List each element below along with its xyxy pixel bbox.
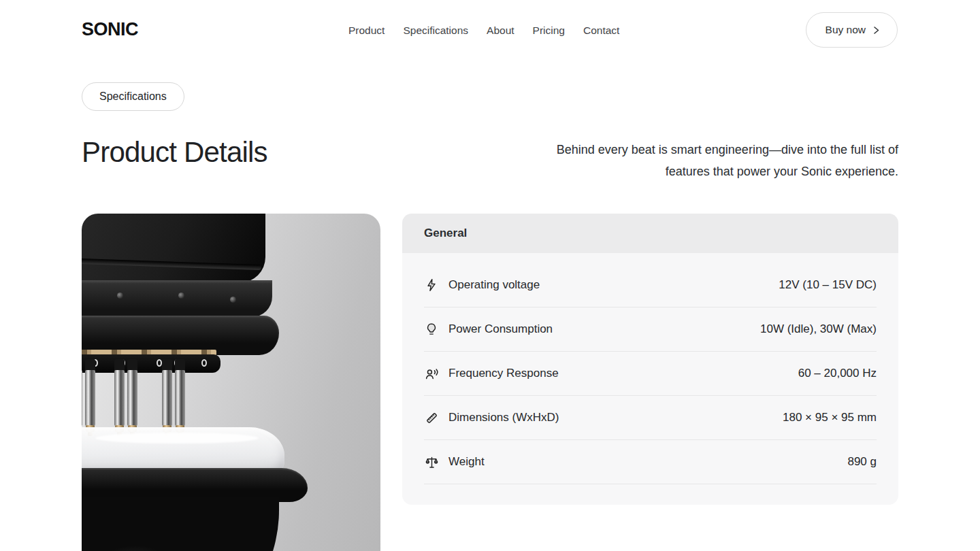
spec-value: 180 × 95 × 95 mm — [783, 411, 877, 424]
spec-row-power-consumption: Power Consumption 10W (Idle), 30W (Max) — [402, 307, 898, 351]
nav-link-specifications[interactable]: Specifications — [403, 24, 468, 37]
scale-icon — [424, 454, 439, 469]
chevron-right-icon — [872, 26, 881, 35]
intro-line-1: Behind every beat is smart engineering—d… — [557, 139, 898, 161]
manifold-marking — [174, 359, 180, 367]
lightbulb-icon — [424, 322, 439, 337]
manifold-marking — [120, 359, 125, 367]
product-photo — [82, 214, 380, 551]
screw-dot — [230, 297, 236, 303]
nav-link-about[interactable]: About — [487, 24, 514, 37]
bolt-icon — [424, 278, 439, 293]
nav-link-product[interactable]: Product — [348, 24, 385, 37]
brand-logo[interactable]: SONIC — [82, 19, 138, 40]
spec-card-title: General — [402, 214, 898, 253]
buy-now-button[interactable]: Buy now — [806, 12, 898, 48]
spec-label: Dimensions (WxHxD) — [448, 411, 559, 424]
spec-value: 12V (10 – 15V DC) — [779, 278, 877, 292]
device-cylinder — [82, 214, 265, 283]
screw-dot — [178, 293, 184, 299]
glass-highlight — [95, 433, 259, 444]
site-header: SONIC Product Specifications About Prici… — [0, 0, 980, 60]
device-manifold — [82, 354, 220, 373]
spec-value: 60 – 20,000 Hz — [798, 367, 877, 380]
connector-pins — [114, 370, 140, 429]
device-screw-ring — [82, 280, 272, 317]
page-title: Product Details — [82, 137, 267, 168]
nav-link-contact[interactable]: Contact — [583, 24, 619, 37]
connector-pins — [162, 370, 188, 429]
main-nav: Product Specifications About Pricing Con… — [348, 24, 619, 37]
intro-text: Behind every beat is smart engineering—d… — [557, 139, 898, 182]
spec-label: Weight — [448, 455, 485, 469]
nav-link-pricing[interactable]: Pricing — [533, 24, 565, 37]
spec-value: 890 g — [847, 455, 877, 469]
spec-card-general: General Operating voltage 12V (10 – 15V … — [402, 214, 898, 505]
spec-value: 10W (Idle), 30W (Max) — [760, 322, 877, 336]
row-divider — [424, 484, 877, 484]
section-badge[interactable]: Specifications — [82, 82, 184, 111]
spec-label: Operating voltage — [448, 278, 540, 292]
buy-now-label: Buy now — [826, 24, 866, 36]
ruler-icon — [424, 410, 439, 425]
manifold-marking — [93, 359, 98, 367]
spec-label: Power Consumption — [448, 322, 553, 336]
manifold-marking — [157, 359, 162, 367]
screw-dot — [117, 293, 123, 299]
spec-card-body: Operating voltage 12V (10 – 15V DC) Powe… — [402, 253, 898, 505]
spec-row-operating-voltage: Operating voltage 12V (10 – 15V DC) — [402, 263, 898, 307]
connector-pins — [82, 370, 98, 429]
intro-line-2: features that power your Sonic experienc… — [557, 161, 898, 182]
manifold-marking — [201, 359, 207, 367]
spec-row-weight: Weight 890 g — [402, 440, 898, 484]
spec-label: Frequency Response — [448, 367, 559, 380]
spec-row-frequency-response: Frequency Response 60 – 20,000 Hz — [402, 352, 898, 395]
spec-row-dimensions: Dimensions (WxHxD) 180 × 95 × 95 mm — [402, 396, 898, 439]
voice-wave-icon — [424, 366, 439, 381]
